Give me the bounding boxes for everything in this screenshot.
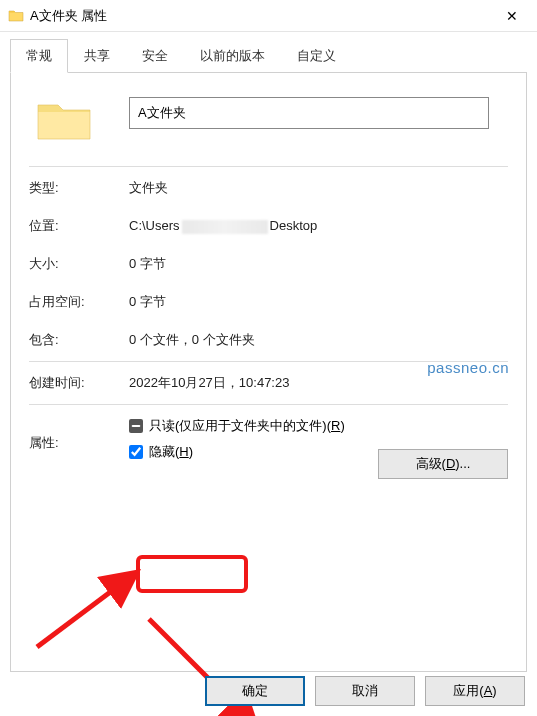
readonly-checkbox-row[interactable]: 只读(仅应用于文件夹中的文件)(R): [129, 417, 508, 435]
type-label: 类型:: [29, 179, 129, 197]
attributes-label: 属性:: [29, 434, 129, 452]
location-prefix: C:\Users: [129, 218, 180, 233]
folder-large-icon: [35, 97, 93, 143]
readonly-label: 只读(仅应用于文件夹中的文件)(R): [149, 417, 345, 435]
tab-general[interactable]: 常规: [10, 39, 68, 73]
tab-previous-versions[interactable]: 以前的版本: [184, 39, 281, 73]
created-label: 创建时间:: [29, 374, 129, 392]
hidden-checkbox[interactable]: [129, 445, 143, 459]
window-title: A文件夹 属性: [30, 7, 489, 25]
close-button[interactable]: ✕: [489, 1, 535, 31]
content-area: 常规 共享 安全 以前的版本 自定义 类型: 文件夹: [0, 32, 537, 682]
tab-security[interactable]: 安全: [126, 39, 184, 73]
type-value: 文件夹: [129, 179, 508, 197]
ok-button[interactable]: 确定: [205, 676, 305, 706]
contains-label: 包含:: [29, 331, 129, 349]
folder-icon: [8, 8, 24, 24]
sizeondisk-value: 0 字节: [129, 293, 508, 311]
location-label: 位置:: [29, 217, 129, 235]
size-value: 0 字节: [129, 255, 508, 273]
size-label: 大小:: [29, 255, 129, 273]
tab-sharing[interactable]: 共享: [68, 39, 126, 73]
annotation-highlight-hidden: [136, 555, 248, 593]
separator: [29, 404, 508, 405]
hidden-label: 隐藏(H): [149, 443, 193, 461]
created-value: 2022年10月27日，10:47:23: [129, 374, 508, 392]
location-value: C:\UsersDesktop: [129, 218, 508, 234]
cancel-button[interactable]: 取消: [315, 676, 415, 706]
contains-value: 0 个文件，0 个文件夹: [129, 331, 508, 349]
apply-button[interactable]: 应用(A): [425, 676, 525, 706]
readonly-checkbox[interactable]: [129, 419, 143, 433]
folder-name-input[interactable]: [129, 97, 489, 129]
location-suffix: Desktop: [270, 218, 318, 233]
separator: [29, 166, 508, 167]
tab-body-general: 类型: 文件夹 位置: C:\UsersDesktop 大小: 0 字节 占用空…: [10, 72, 527, 672]
advanced-button[interactable]: 高级(D)...: [378, 449, 508, 479]
tab-customize[interactable]: 自定义: [281, 39, 352, 73]
location-redacted: [182, 220, 268, 234]
sizeondisk-label: 占用空间:: [29, 293, 129, 311]
title-bar: A文件夹 属性 ✕: [0, 0, 537, 32]
separator: [29, 361, 508, 362]
tab-strip: 常规 共享 安全 以前的版本 自定义: [10, 38, 527, 72]
annotation-arrow-to-hidden: [29, 545, 149, 655]
dialog-footer: 确定 取消 应用(A): [205, 676, 525, 706]
